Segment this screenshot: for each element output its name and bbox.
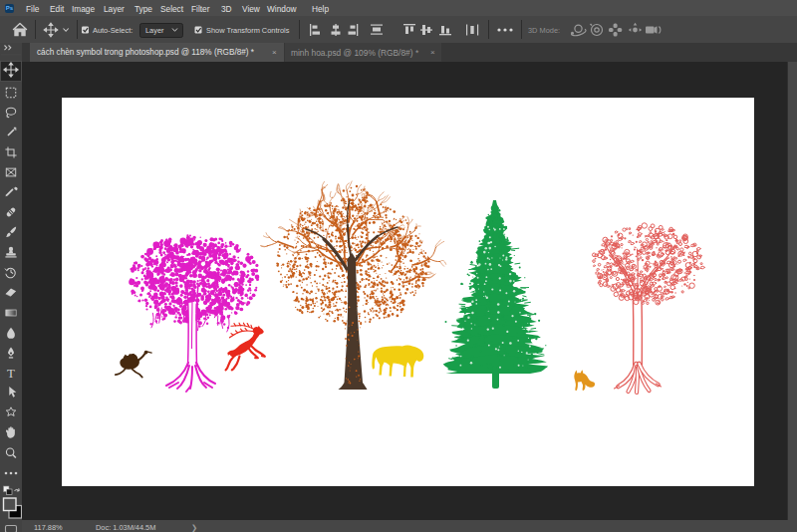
svg-text:T: T (7, 367, 15, 381)
